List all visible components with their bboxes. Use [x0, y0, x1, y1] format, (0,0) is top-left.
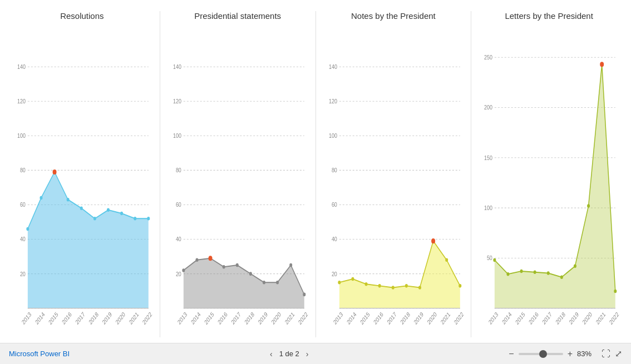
- svg-text:60: 60: [20, 201, 26, 208]
- svg-text:2014: 2014: [190, 311, 201, 326]
- svg-point-124: [560, 275, 563, 279]
- svg-point-17: [53, 169, 57, 174]
- svg-text:2016: 2016: [372, 311, 384, 326]
- svg-point-22: [120, 212, 123, 216]
- svg-text:2021: 2021: [440, 311, 451, 326]
- svg-point-89: [364, 282, 367, 286]
- svg-text:20: 20: [176, 270, 181, 277]
- svg-point-127: [600, 62, 604, 67]
- svg-text:2016: 2016: [528, 311, 540, 326]
- chart-svg-resolutions: 2040608010012014020132014201520162017201…: [10, 25, 154, 337]
- svg-point-123: [547, 271, 550, 275]
- svg-point-92: [405, 284, 407, 288]
- chart-title-presidential-statements: Presidential statements: [194, 11, 281, 21]
- zoom-thumb: [539, 350, 547, 358]
- svg-text:2018: 2018: [399, 311, 411, 326]
- svg-point-91: [391, 286, 394, 290]
- svg-point-54: [222, 265, 225, 269]
- svg-text:200: 200: [484, 104, 492, 111]
- svg-text:100: 100: [484, 205, 492, 211]
- powerbi-link[interactable]: Microsoft Power BI: [9, 350, 70, 358]
- svg-text:2016: 2016: [61, 311, 73, 326]
- svg-text:2020: 2020: [270, 311, 282, 326]
- svg-point-15: [26, 227, 29, 231]
- svg-point-53: [208, 256, 212, 261]
- pagination-prev[interactable]: ‹: [268, 350, 275, 358]
- svg-text:2020: 2020: [581, 311, 593, 326]
- svg-text:2017: 2017: [541, 311, 553, 326]
- svg-text:2021: 2021: [128, 311, 140, 326]
- chart-panel-letters-president: Letters by the President5010015020025020…: [472, 11, 625, 337]
- svg-text:80: 80: [176, 167, 181, 173]
- divider-2: [471, 11, 471, 337]
- svg-text:2022: 2022: [609, 311, 620, 326]
- svg-text:2014: 2014: [501, 311, 513, 326]
- svg-point-18: [67, 198, 70, 202]
- svg-point-55: [236, 263, 239, 267]
- svg-point-16: [40, 196, 42, 200]
- svg-point-94: [431, 238, 435, 243]
- svg-text:2015: 2015: [48, 311, 60, 326]
- chart-panel-presidential-statements: Presidential statements20406080100120140…: [161, 11, 314, 337]
- svg-text:20: 20: [331, 270, 337, 277]
- svg-text:2014: 2014: [346, 311, 357, 326]
- charts-container: Resolutions20406080100120140201320142015…: [0, 0, 631, 343]
- svg-text:140: 140: [328, 63, 337, 70]
- chart-panel-notes-president: Notes by the President204060801001201402…: [317, 11, 470, 337]
- svg-text:2015: 2015: [359, 311, 371, 326]
- svg-point-87: [338, 281, 341, 285]
- svg-point-96: [459, 284, 461, 288]
- zoom-minus-btn[interactable]: −: [509, 350, 514, 358]
- svg-text:40: 40: [331, 236, 337, 242]
- svg-text:2020: 2020: [426, 311, 438, 326]
- zoom-slider[interactable]: [519, 353, 563, 355]
- chart-title-resolutions: Resolutions: [60, 11, 103, 21]
- svg-text:2016: 2016: [216, 311, 228, 326]
- svg-text:60: 60: [331, 201, 337, 208]
- svg-text:100: 100: [17, 132, 26, 139]
- svg-text:2021: 2021: [595, 311, 607, 326]
- svg-point-126: [587, 204, 590, 208]
- svg-text:2019: 2019: [412, 311, 424, 326]
- svg-point-128: [614, 290, 617, 293]
- svg-text:50: 50: [487, 255, 492, 261]
- divider-0: [160, 11, 160, 337]
- expand-icon[interactable]: ⤢: [615, 348, 622, 359]
- svg-text:40: 40: [176, 236, 181, 242]
- svg-text:120: 120: [328, 98, 337, 104]
- zoom-plus-btn[interactable]: +: [568, 350, 573, 358]
- svg-point-95: [445, 258, 448, 262]
- svg-text:120: 120: [173, 98, 181, 104]
- svg-point-57: [263, 281, 265, 285]
- chart-title-notes-president: Notes by the President: [351, 11, 436, 21]
- fullscreen-icon[interactable]: ⛶: [602, 349, 610, 359]
- svg-point-90: [378, 284, 381, 288]
- svg-text:140: 140: [17, 63, 26, 70]
- svg-text:2018: 2018: [244, 311, 255, 326]
- svg-text:80: 80: [20, 167, 26, 173]
- svg-point-125: [574, 265, 576, 268]
- svg-text:2017: 2017: [386, 311, 397, 326]
- svg-point-23: [134, 217, 136, 221]
- svg-text:2015: 2015: [515, 311, 526, 326]
- chart-svg-letters-president: 5010015020025020132014201520162017201820…: [477, 25, 621, 337]
- svg-point-56: [249, 272, 252, 276]
- divider-1: [316, 11, 316, 337]
- svg-text:2018: 2018: [555, 311, 566, 326]
- svg-text:2019: 2019: [568, 311, 580, 326]
- chart-svg-notes-president: 2040608010012014020132014201520162017201…: [322, 25, 466, 337]
- zoom-percentage: 83%: [577, 350, 597, 358]
- svg-text:20: 20: [20, 270, 26, 277]
- svg-text:2015: 2015: [203, 311, 215, 326]
- svg-point-19: [80, 206, 83, 210]
- svg-text:2020: 2020: [115, 311, 126, 326]
- svg-text:40: 40: [20, 236, 26, 242]
- svg-text:120: 120: [17, 98, 26, 104]
- pagination-next[interactable]: ›: [304, 350, 311, 358]
- svg-text:2022: 2022: [453, 311, 465, 326]
- svg-point-60: [303, 293, 305, 297]
- svg-text:2013: 2013: [332, 311, 344, 326]
- svg-text:2013: 2013: [21, 311, 32, 326]
- svg-point-88: [351, 277, 354, 281]
- svg-text:2022: 2022: [141, 311, 153, 326]
